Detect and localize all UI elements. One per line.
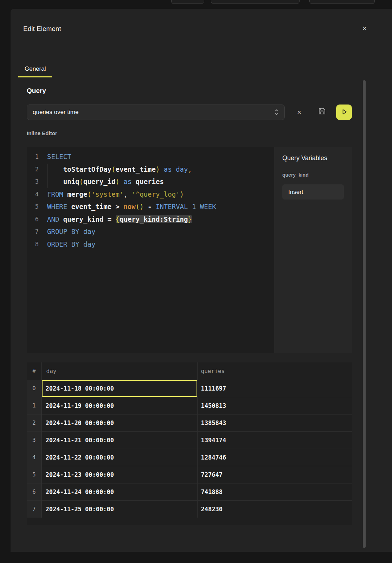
line-number: 3 [27, 176, 39, 188]
table-row: 72024-11-25 00:00:00248230 [27, 500, 352, 518]
save-query-button[interactable] [316, 106, 328, 118]
modal-scrollbar[interactable] [363, 80, 366, 548]
table-row: 02024-11-18 00:00:001111697 [27, 380, 352, 397]
queries-cell[interactable]: 1284746 [197, 449, 352, 466]
results-table: # day queries 02024-11-18 00:00:00111169… [27, 362, 352, 525]
code-text: SELECT [47, 151, 71, 163]
table-row: 42024-11-22 00:00:001284746 [27, 449, 352, 466]
query-variables-panel: Query Variables query_kind Insert [274, 147, 352, 353]
close-icon[interactable]: × [360, 24, 369, 33]
day-cell[interactable]: 2024-11-25 00:00:00 [41, 500, 197, 518]
line-number: 7 [27, 226, 39, 238]
day-cell[interactable]: 2024-11-19 00:00:00 [41, 397, 197, 414]
tab-general-label: General [25, 65, 46, 72]
code-line[interactable]: 5WHERE event_time > now() - INTERVAL 1 W… [27, 201, 274, 213]
code-text: AND query_kind = {query_kind:String} [47, 213, 192, 226]
row-index: 4 [27, 449, 41, 466]
row-index: 3 [27, 431, 41, 449]
query-section-heading: Query [27, 87, 46, 95]
day-cell[interactable]: 2024-11-23 00:00:00 [41, 466, 197, 483]
queries-cell[interactable]: 1385843 [197, 414, 352, 431]
queries-cell[interactable]: 1394174 [197, 431, 352, 449]
row-index: 6 [27, 483, 41, 500]
insert-button-label: Insert [288, 189, 303, 196]
column-header-day[interactable]: day [41, 362, 197, 380]
background-button [171, 0, 204, 4]
background-button [211, 0, 300, 4]
queries-cell[interactable]: 248230 [197, 500, 352, 518]
row-index: 5 [27, 466, 41, 483]
code-text: ORDER BY day [47, 238, 95, 251]
day-cell[interactable]: 2024-11-24 00:00:00 [41, 483, 197, 500]
row-index: 1 [27, 397, 41, 414]
code-line[interactable]: 4FROM merge('system', '^query_log') [27, 188, 274, 201]
inline-editor: 1SELECT2 toStartOfDay(event_time) as day… [27, 147, 352, 353]
code-text: FROM merge('system', '^query_log') [47, 188, 184, 201]
run-query-button[interactable] [336, 105, 352, 120]
tab-general[interactable]: General [18, 62, 52, 77]
day-cell[interactable]: 2024-11-22 00:00:00 [41, 449, 197, 466]
insert-variable-button[interactable]: Insert [282, 184, 344, 200]
queries-cell[interactable]: 1111697 [197, 380, 352, 397]
query-select-value: queries over time [33, 109, 78, 116]
play-icon [340, 108, 348, 117]
line-number: 4 [27, 188, 39, 201]
code-line[interactable]: 1SELECT [27, 151, 274, 163]
inline-editor-label: Inline Editor [27, 130, 57, 136]
day-cell[interactable]: 2024-11-18 00:00:00 [41, 380, 197, 397]
row-index: 2 [27, 414, 41, 431]
column-header-queries[interactable]: queries [197, 362, 352, 380]
code-lines: 1SELECT2 toStartOfDay(event_time) as day… [27, 151, 274, 251]
edit-element-modal: Edit Element × General Query queries ove… [11, 9, 392, 552]
column-header-index[interactable]: # [27, 362, 41, 380]
line-number: 6 [27, 213, 39, 226]
modal-title: Edit Element [23, 25, 61, 33]
code-line[interactable]: 8ORDER BY day [27, 238, 274, 251]
code-line[interactable]: 3 uniq(query_id) as queries [27, 176, 274, 188]
table-row: 32024-11-21 00:00:001394174 [27, 431, 352, 449]
queries-cell[interactable]: 727647 [197, 466, 352, 483]
chevron-up-down-icon [274, 108, 279, 116]
code-line[interactable]: 6AND query_kind = {query_kind:String} [27, 213, 274, 226]
code-text: WHERE event_time > now() - INTERVAL 1 WE… [47, 201, 216, 213]
code-line[interactable]: 7GROUP BY day [27, 226, 274, 238]
table-row: 52024-11-23 00:00:00727647 [27, 466, 352, 483]
table-row: 22024-11-20 00:00:001385843 [27, 414, 352, 431]
query-variables-title: Query Variables [282, 154, 327, 162]
line-number: 5 [27, 201, 39, 213]
variable-name-label: query_kind [282, 172, 309, 178]
table-header-row: # day queries [27, 362, 352, 380]
save-icon [318, 107, 326, 117]
code-text: GROUP BY day [47, 226, 95, 238]
queries-cell[interactable]: 1450813 [197, 397, 352, 414]
sql-editor[interactable]: 1SELECT2 toStartOfDay(event_time) as day… [27, 147, 274, 353]
background-button [309, 0, 375, 4]
day-cell[interactable]: 2024-11-20 00:00:00 [41, 414, 197, 431]
code-text: toStartOfDay(event_time) as day, [47, 163, 192, 176]
indent-guide [47, 164, 47, 188]
table-row: 62024-11-24 00:00:00741888 [27, 483, 352, 500]
query-select[interactable]: queries over time [27, 105, 285, 120]
table-row: 12024-11-19 00:00:001450813 [27, 397, 352, 414]
clear-query-button[interactable]: × [294, 107, 304, 117]
day-cell[interactable]: 2024-11-21 00:00:00 [41, 431, 197, 449]
line-number: 1 [27, 151, 39, 163]
code-line[interactable]: 2 toStartOfDay(event_time) as day, [27, 163, 274, 176]
queries-cell[interactable]: 741888 [197, 483, 352, 500]
line-number: 2 [27, 163, 39, 176]
results-tbody: 02024-11-18 00:00:00111169712024-11-19 0… [27, 380, 352, 518]
code-text: uniq(query_id) as queries [47, 176, 164, 188]
row-index: 0 [27, 380, 41, 397]
row-index: 7 [27, 500, 41, 518]
line-number: 8 [27, 238, 39, 251]
